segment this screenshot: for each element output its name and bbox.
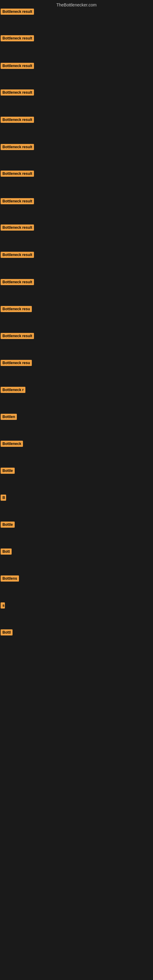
result-row-6: Bottleneck result <box>1 144 34 151</box>
bottleneck-badge-15: Bottleneck r <box>1 387 26 393</box>
result-row-22: Bottlens <box>1 576 19 583</box>
bottleneck-badge-7: Bottleneck result <box>1 170 34 177</box>
bottleneck-badge-11: Bottleneck result <box>1 279 34 285</box>
result-row-10: Bottleneck result <box>1 252 34 259</box>
bottleneck-badge-4: Bottleneck result <box>1 89 34 95</box>
bottleneck-badge-22: Bottlens <box>1 576 19 582</box>
result-row-2: Bottleneck result <box>1 35 34 43</box>
result-row-14: Bottleneck resu <box>1 360 32 367</box>
result-row-1: Bottleneck result <box>1 9 34 16</box>
bottleneck-badge-14: Bottleneck resu <box>1 360 32 366</box>
result-row-21: Bott <box>1 549 12 556</box>
bottleneck-badge-21: Bott <box>1 549 12 555</box>
bottleneck-badge-1: Bottleneck result <box>1 9 34 15</box>
result-row-8: Bottleneck result <box>1 198 34 205</box>
bottleneck-badge-18: Bottle <box>1 468 15 474</box>
result-row-19: B <box>1 495 6 502</box>
bottleneck-badge-20: Bottle <box>1 522 15 528</box>
bottleneck-badge-9: Bottleneck result <box>1 224 34 231</box>
result-row-3: Bottleneck result <box>1 63 34 70</box>
result-row-18: Bottle <box>1 468 15 475</box>
bottleneck-badge-23: s <box>1 602 5 609</box>
result-row-11: Bottleneck result <box>1 279 34 286</box>
bottleneck-badge-17: Bottleneck <box>1 441 23 447</box>
result-row-13: Bottleneck result <box>1 333 34 340</box>
result-row-17: Bottleneck <box>1 441 23 448</box>
results-container: Bottleneck resultBottleneck resultBottle… <box>0 9 153 973</box>
bottleneck-badge-6: Bottleneck result <box>1 144 34 150</box>
bottleneck-badge-10: Bottleneck result <box>1 252 34 258</box>
result-row-16: Bottlen <box>1 414 17 421</box>
result-row-5: Bottleneck result <box>1 117 34 124</box>
result-row-24: Bottl <box>1 629 13 637</box>
site-title: TheBottlenecker.com <box>0 0 153 9</box>
result-row-4: Bottleneck result <box>1 89 34 97</box>
result-row-12: Bottleneck resu <box>1 306 32 313</box>
result-row-15: Bottleneck r <box>1 387 26 394</box>
bottleneck-badge-12: Bottleneck resu <box>1 306 32 312</box>
bottleneck-badge-16: Bottlen <box>1 414 17 420</box>
result-row-9: Bottleneck result <box>1 224 34 232</box>
bottleneck-badge-2: Bottleneck result <box>1 35 34 41</box>
bottleneck-badge-19: B <box>1 495 6 501</box>
bottleneck-badge-13: Bottleneck result <box>1 333 34 339</box>
result-row-7: Bottleneck result <box>1 170 34 178</box>
bottleneck-badge-24: Bottl <box>1 629 13 635</box>
bottleneck-badge-3: Bottleneck result <box>1 63 34 69</box>
result-row-23: s <box>1 602 5 610</box>
bottleneck-badge-5: Bottleneck result <box>1 117 34 123</box>
bottleneck-badge-8: Bottleneck result <box>1 198 34 204</box>
site-header: TheBottlenecker.com <box>0 0 153 9</box>
result-row-20: Bottle <box>1 522 15 529</box>
